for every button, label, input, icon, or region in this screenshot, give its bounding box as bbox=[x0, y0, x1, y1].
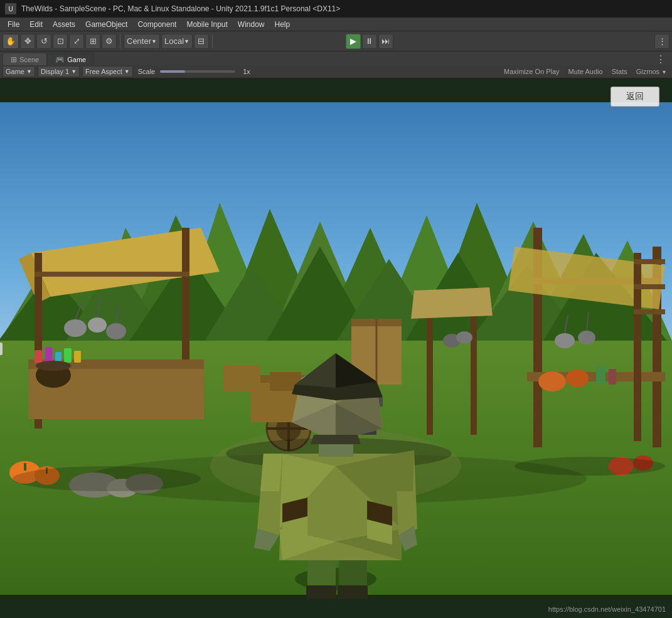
game-label: Game bbox=[6, 68, 24, 75]
scene-tab-label: Scene bbox=[19, 56, 39, 63]
unity-logo: U bbox=[5, 3, 16, 14]
game-chevron: ▼ bbox=[26, 68, 32, 75]
svg-point-34 bbox=[88, 317, 107, 333]
svg-marker-85 bbox=[411, 287, 493, 319]
watermark-url: https://blog.csdn.net/weixin_43474701 bbox=[548, 605, 666, 613]
gizmos-btn[interactable]: Gizmos ▼ bbox=[634, 67, 669, 76]
playback-controls: ▶ ⏸ ⏭ bbox=[346, 34, 393, 49]
toolbar: ✋ ✥ ↺ ⊡ ⤢ ⊞ ⚙ Center ▼ Local ▼ ⊟ ▶ ⏸ ⏭ ⋮ bbox=[0, 31, 672, 51]
game-toolbar: Game ▼ Display 1 ▼ Free Aspect ▼ Scale 1… bbox=[0, 65, 672, 79]
mute-btn[interactable]: Mute Audio bbox=[566, 67, 605, 76]
tool-hand[interactable]: ✋ bbox=[3, 34, 19, 49]
svg-point-77 bbox=[538, 371, 566, 392]
svg-rect-48 bbox=[24, 463, 26, 471]
pivot-center-btn[interactable]: Center ▼ bbox=[124, 34, 160, 49]
svg-point-35 bbox=[106, 323, 126, 339]
return-label: 返回 bbox=[626, 91, 644, 101]
aspect-chevron: ▼ bbox=[124, 68, 130, 75]
svg-rect-80 bbox=[609, 369, 616, 385]
svg-rect-40 bbox=[45, 347, 52, 363]
center-label: Center bbox=[127, 36, 151, 46]
window-title: TheWilds - SampleScene - PC, Mac & Linux… bbox=[21, 4, 340, 13]
right-buttons: Maximize On Play Mute Audio Stats Gizmos… bbox=[501, 67, 669, 76]
scene-icon: ⊞ bbox=[11, 55, 17, 64]
svg-marker-111 bbox=[395, 450, 414, 491]
more-options[interactable]: ⋮ bbox=[654, 34, 669, 49]
display-label: Display 1 bbox=[41, 68, 69, 75]
svg-rect-75 bbox=[634, 284, 665, 289]
gizmos-label: Gizmos bbox=[636, 68, 659, 75]
aspect-dropdown[interactable]: Free Aspect ▼ bbox=[82, 66, 133, 77]
game-view: 返回 https://blog.csdn.net/weixin_43474701 bbox=[0, 79, 672, 618]
game-tab-label: Game bbox=[67, 56, 86, 63]
game-tab[interactable]: 🎮 Game bbox=[47, 53, 94, 65]
step-button[interactable]: ⏭ bbox=[378, 34, 393, 49]
svg-rect-39 bbox=[35, 350, 42, 363]
svg-point-69 bbox=[555, 333, 575, 348]
game-icon: 🎮 bbox=[55, 55, 65, 64]
svg-point-70 bbox=[578, 331, 595, 344]
chevron-down-icon-2: ▼ bbox=[184, 38, 189, 45]
return-button[interactable]: 返回 bbox=[611, 87, 659, 107]
pivot-local-btn[interactable]: Local ▼ bbox=[161, 34, 193, 49]
display-chevron: ▼ bbox=[71, 68, 77, 75]
menu-window[interactable]: Window bbox=[233, 19, 270, 30]
menu-edit[interactable]: Edit bbox=[24, 19, 48, 30]
svg-point-45 bbox=[36, 361, 71, 371]
menu-bar: File Edit Assets GameObject Component Mo… bbox=[0, 18, 672, 31]
maximize-btn[interactable]: Maximize On Play bbox=[501, 67, 562, 76]
menu-help[interactable]: Help bbox=[270, 19, 296, 30]
svg-point-87 bbox=[456, 331, 472, 344]
tab-more-btn[interactable]: ⋮ bbox=[652, 53, 669, 65]
svg-marker-125 bbox=[311, 435, 361, 444]
svg-rect-74 bbox=[634, 259, 665, 264]
aspect-label: Free Aspect bbox=[85, 68, 122, 75]
menu-mobileinput[interactable]: Mobile Input bbox=[181, 19, 232, 30]
menu-file[interactable]: File bbox=[3, 19, 24, 30]
scale-value: 1x bbox=[243, 68, 250, 75]
tool-transform[interactable]: ⊞ bbox=[85, 34, 100, 49]
svg-rect-97 bbox=[338, 585, 368, 599]
svg-point-90 bbox=[13, 466, 201, 491]
svg-rect-96 bbox=[306, 585, 336, 599]
svg-point-33 bbox=[64, 319, 87, 337]
tool-rect[interactable]: ⤢ bbox=[69, 34, 84, 49]
menu-gameobject[interactable]: GameObject bbox=[80, 19, 132, 30]
menu-assets[interactable]: Assets bbox=[48, 19, 80, 30]
svg-rect-30 bbox=[35, 272, 189, 277]
svg-rect-73 bbox=[634, 253, 641, 441]
svg-point-78 bbox=[566, 370, 589, 387]
tab-bar: ⊞ Scene 🎮 Game ⋮ bbox=[0, 51, 672, 65]
game-canvas bbox=[0, 79, 672, 618]
scene-tab[interactable]: ⊞ Scene bbox=[3, 53, 47, 65]
separator-1 bbox=[120, 35, 120, 48]
tool-scale[interactable]: ⊡ bbox=[53, 34, 68, 49]
scale-fill bbox=[160, 70, 185, 73]
scale-slider[interactable] bbox=[160, 70, 235, 73]
tool-snap[interactable]: ⊟ bbox=[194, 34, 209, 49]
stats-btn[interactable]: Stats bbox=[609, 67, 630, 76]
svg-rect-88 bbox=[223, 366, 260, 391]
left-edge-indicator bbox=[0, 343, 3, 355]
local-label: Local bbox=[164, 36, 184, 46]
play-button[interactable]: ▶ bbox=[346, 34, 361, 49]
svg-rect-42 bbox=[64, 348, 72, 363]
title-bar: U TheWilds - SampleScene - PC, Mac & Lin… bbox=[0, 0, 672, 18]
game-dropdown[interactable]: Game ▼ bbox=[3, 66, 35, 77]
tool-rotate[interactable]: ↺ bbox=[36, 34, 51, 49]
tool-move[interactable]: ✥ bbox=[20, 34, 35, 49]
gizmos-chevron: ▼ bbox=[661, 69, 667, 75]
watermark: https://blog.csdn.net/weixin_43474701 bbox=[548, 605, 666, 613]
menu-component[interactable]: Component bbox=[132, 19, 181, 30]
svg-point-91 bbox=[515, 457, 665, 476]
svg-rect-79 bbox=[596, 366, 605, 385]
tool-extra[interactable]: ⚙ bbox=[102, 34, 117, 49]
display-dropdown[interactable]: Display 1 ▼ bbox=[38, 66, 80, 77]
chevron-down-icon: ▼ bbox=[151, 38, 157, 45]
svg-rect-76 bbox=[634, 309, 665, 314]
separator-2 bbox=[212, 35, 213, 48]
svg-rect-43 bbox=[74, 351, 81, 363]
svg-marker-109 bbox=[260, 454, 282, 491]
pause-button[interactable]: ⏸ bbox=[362, 34, 377, 49]
scale-label: Scale bbox=[138, 68, 156, 75]
